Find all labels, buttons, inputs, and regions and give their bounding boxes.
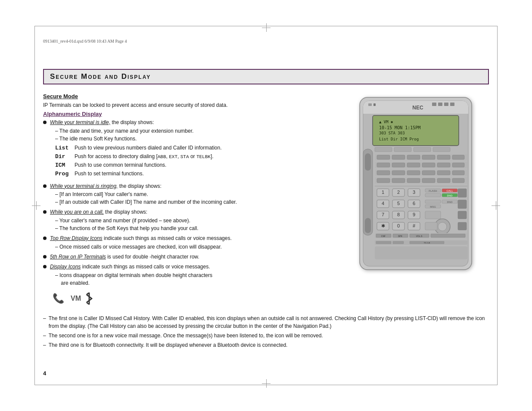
crosshair-bottom — [262, 379, 271, 388]
svg-rect-30 — [392, 155, 405, 159]
crosshair-top — [262, 23, 271, 32]
svg-text:4: 4 — [382, 201, 384, 206]
bullet-dot-5 — [43, 255, 47, 258]
bottom-note-2-text: The second one is for a new voice mail m… — [49, 332, 323, 339]
bottom-note-1: The first one is Caller ID Missed Call H… — [43, 314, 489, 330]
bullet-toprow-sub: Once missed calls or voice messages are … — [50, 243, 342, 251]
svg-rect-54 — [437, 178, 450, 183]
svg-rect-110 — [376, 241, 391, 244]
bullet-idle-content: While your terminal is idle, the display… — [50, 119, 342, 180]
crosshair-left — [32, 201, 40, 210]
alphanumeric-heading: Alphanumeric Display — [43, 111, 342, 117]
right-column: NEC ▲ VM ✱ 10-15 MON 1:15PM 303 STA 303 … — [351, 93, 489, 310]
key-name-prog: Prog — [55, 170, 75, 178]
svg-rect-41 — [452, 163, 464, 167]
bottom-note-2: The second one is for a new voice mail m… — [43, 332, 489, 339]
svg-text:9: 9 — [413, 212, 415, 217]
svg-rect-70 — [458, 189, 467, 197]
bullet-displayicons-bold: Display Icons — [50, 264, 81, 270]
svg-rect-67 — [425, 193, 441, 197]
svg-rect-56 — [375, 186, 467, 187]
bullet-ringing-italic: While your terminal is ringing, — [50, 183, 118, 189]
key-prog: Prog Push to set terminal functions. — [55, 170, 342, 178]
bullet-idle-sub: The date and time, your name and your ex… — [50, 127, 342, 143]
vm-label: VM — [71, 295, 81, 302]
svg-text:6: 6 — [413, 201, 415, 206]
two-column-layout: Secure Mode IP Terminals can be locked t… — [43, 93, 489, 310]
bullet-displayicons-suffix: indicate such things as missed calls or … — [82, 264, 210, 270]
svg-rect-13 — [450, 103, 454, 106]
svg-rect-15 — [373, 103, 376, 106]
key-name-list: List — [55, 144, 75, 152]
bullet-dot-6 — [43, 265, 47, 268]
svg-rect-14 — [368, 103, 372, 106]
bullet-5throw-content: 5th Row on IP Terminals is used for doub… — [50, 253, 342, 261]
bullet-oncall: While you are on a call, the display sho… — [43, 209, 342, 232]
key-list: List Push to view previous numbers diale… — [55, 144, 342, 152]
svg-rect-11 — [438, 103, 442, 106]
svg-text:3: 3 — [413, 190, 415, 195]
svg-rect-27 — [365, 218, 371, 233]
svg-rect-114 — [375, 246, 467, 259]
svg-rect-37 — [392, 163, 405, 167]
bullet-oncall-italic: While you are on a call, — [50, 209, 104, 215]
svg-rect-89 — [425, 211, 441, 219]
bullet-ringing: While your terminal is ringing, the disp… — [43, 183, 342, 206]
key-icm: ICM Push to use common terminal function… — [55, 162, 342, 169]
bullet-displayicons: Display Icons indicate such things as mi… — [43, 263, 342, 287]
bullet-idle-italic: While your terminal is idle, — [50, 119, 110, 125]
page-number: 4 — [43, 370, 46, 377]
svg-text:MSG: MSG — [430, 206, 436, 208]
bullet-list: While your terminal is idle, the display… — [43, 119, 342, 287]
bullet-oncall-sub: Your caller's name and number (if provid… — [50, 217, 342, 232]
svg-rect-10 — [432, 103, 436, 106]
bullet-dot-4 — [43, 237, 47, 240]
key-table: List Push to view previous numbers diale… — [55, 144, 342, 178]
sub-ringing-2: [If an outside call with Caller ID] The … — [50, 198, 342, 206]
svg-rect-34 — [452, 155, 464, 159]
bottom-note-3-text: The third one is for Bluetooth connectiv… — [49, 341, 288, 349]
bottom-note-3: The third one is for Bluetooth connectiv… — [43, 341, 489, 349]
svg-rect-50 — [377, 178, 390, 183]
bullet-dot — [43, 121, 47, 124]
secure-mode-text: IP Terminals can be locked to prevent ac… — [43, 101, 342, 109]
missed-call-icon: 📞 — [52, 292, 67, 305]
svg-rect-26 — [365, 153, 371, 171]
bottom-note-1-text: The first one is Caller ID Missed Call H… — [49, 314, 489, 330]
svg-text:10-15 MON  1:15PM: 10-15 MON 1:15PM — [379, 125, 420, 130]
svg-text:NEC: NEC — [412, 105, 423, 111]
bullet-5throw: 5th Row on IP Terminals is used for doub… — [43, 253, 342, 261]
key-name-dir: Dir — [55, 153, 75, 161]
svg-rect-21 — [375, 147, 392, 152]
section-title: Secure Mode and Display — [50, 72, 482, 81]
svg-rect-43 — [377, 171, 390, 175]
bullet-dot-2 — [43, 184, 47, 188]
svg-point-98 — [438, 222, 447, 231]
svg-text:List  Dir   ICM  Prog: List Dir ICM Prog — [379, 137, 419, 141]
secure-mode-heading: Secure Mode — [43, 93, 342, 100]
svg-text:2: 2 — [397, 190, 400, 195]
bullet-5throw-bold: 5th Row on IP Terminals — [50, 254, 106, 260]
svg-rect-45 — [407, 171, 420, 175]
svg-rect-33 — [437, 155, 450, 159]
svg-rect-22 — [394, 147, 411, 152]
svg-text:DND: DND — [447, 194, 453, 197]
crosshair-right — [492, 201, 500, 210]
bullet-5throw-suffix: is used for double -height character row… — [107, 254, 199, 260]
svg-rect-36 — [377, 163, 390, 167]
bottom-notes: The first one is Caller ID Missed Call H… — [43, 314, 489, 349]
phone-image: NEC ▲ VM ✱ 10-15 MON 1:15PM 303 STA 303 … — [351, 93, 480, 274]
bullet-ringing-sub: [If an Intercom call] Your caller's name… — [50, 190, 342, 206]
bullet-ringing-suffix: the display shows: — [119, 183, 162, 189]
svg-text:7: 7 — [382, 212, 384, 217]
svg-rect-24 — [433, 147, 450, 152]
svg-rect-46 — [422, 171, 435, 175]
file-info: 0913401_rev4-01d.qxd 6/9/08 10:43 AM Pag… — [43, 39, 127, 44]
svg-text:TEL & A: TEL & A — [424, 242, 430, 244]
svg-text:8: 8 — [397, 212, 400, 217]
svg-rect-77 — [425, 200, 441, 203]
main-content: Secure Mode and Display Secure Mode IP T… — [43, 69, 489, 351]
svg-rect-44 — [392, 171, 405, 175]
sub-idle-1: The date and time, your name and your ex… — [50, 127, 342, 135]
svg-rect-51 — [392, 178, 405, 183]
